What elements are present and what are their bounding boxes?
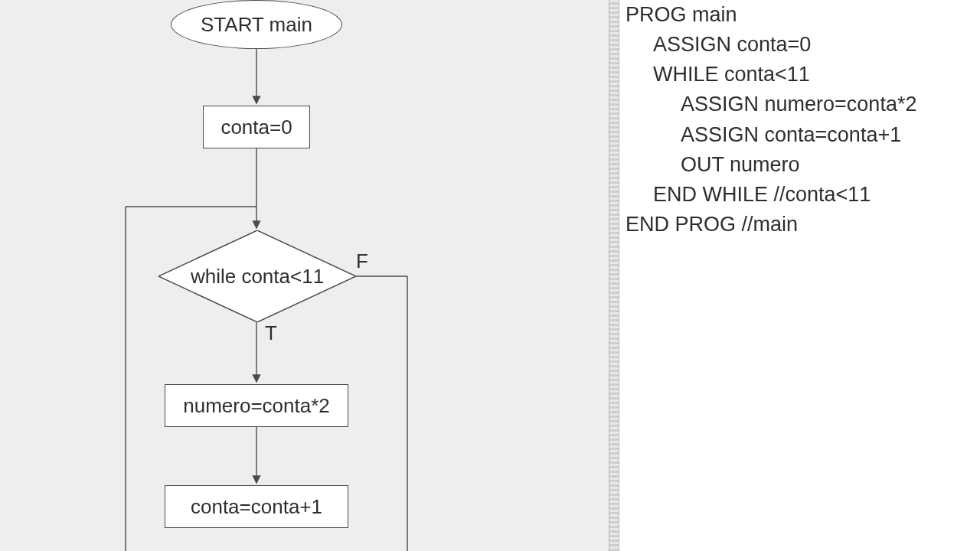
code-line: ASSIGN conta=conta+1 (626, 120, 974, 150)
while-cond-label: while conta<11 (191, 265, 324, 289)
code-line: OUT numero (626, 150, 974, 180)
assign-numero-label: numero=conta*2 (183, 394, 330, 418)
code-line: PROG main (626, 0, 974, 30)
start-label: START main (201, 13, 312, 37)
assign-init-node: conta=0 (203, 106, 310, 148)
false-edge-label: F (356, 249, 368, 273)
code-line: ASSIGN conta=0 (626, 30, 974, 60)
assign-numero-node: numero=conta*2 (165, 384, 348, 427)
code-line: ASSIGN numero=conta*2 (626, 90, 974, 119)
code-pane: PROG main ASSIGN conta=0 WHILE conta<11 … (619, 0, 980, 551)
code-line: WHILE conta<11 (626, 60, 974, 90)
while-decision-node: while conta<11 (158, 230, 356, 322)
assign-inc-label: conta=conta+1 (191, 495, 322, 519)
assign-inc-node: conta=conta+1 (165, 485, 348, 528)
start-node: START main (171, 0, 342, 49)
true-edge-label: T (265, 321, 277, 345)
assign-init-label: conta=0 (220, 116, 292, 139)
code-line: END WHILE //conta<11 (626, 180, 974, 210)
flowchart-pane: START main conta=0 while conta<11 T F nu… (0, 0, 609, 551)
code-line: END PROG //main (626, 210, 974, 240)
pane-divider[interactable] (609, 0, 619, 551)
